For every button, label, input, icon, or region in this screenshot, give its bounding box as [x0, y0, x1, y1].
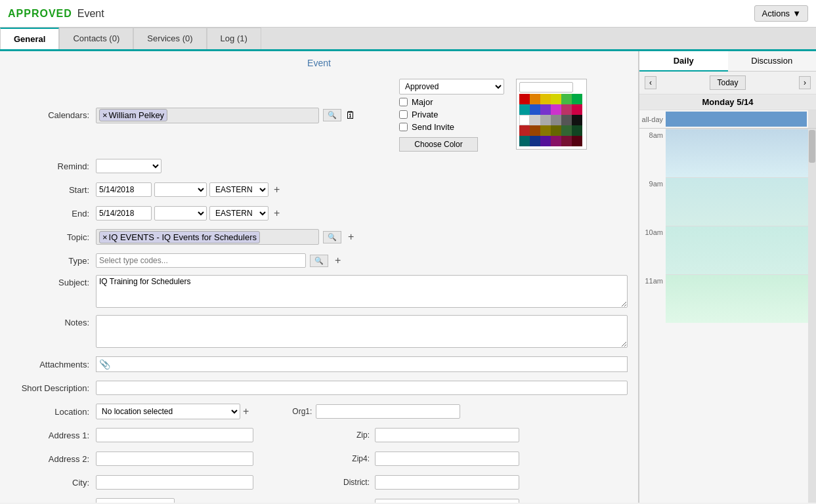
- color-cell[interactable]: [540, 125, 551, 136]
- address2-control: [96, 452, 316, 466]
- color-cell[interactable]: [530, 94, 540, 104]
- calendar-search-btn[interactable]: 🔍: [323, 109, 341, 121]
- actions-button[interactable]: Actions ▼: [754, 5, 808, 22]
- calendar-icon-btn[interactable]: 🗓: [345, 110, 356, 121]
- end-plus-btn[interactable]: +: [271, 207, 282, 219]
- type-plus-btn[interactable]: +: [332, 255, 343, 266]
- start-date-input[interactable]: 5/14/2018: [96, 182, 152, 197]
- color-hex-input[interactable]: [519, 82, 573, 93]
- end-tz-select[interactable]: EASTERN: [209, 206, 268, 220]
- zip4-input[interactable]: [375, 452, 519, 466]
- cal-scrollbar[interactable]: [808, 129, 816, 503]
- status-select[interactable]: Approved: [399, 79, 504, 94]
- color-cell[interactable]: [530, 104, 540, 115]
- tab-discussion[interactable]: Discussion: [728, 51, 817, 72]
- subject-textarea[interactable]: IQ Training for Schedulers: [96, 275, 628, 308]
- color-cell[interactable]: [519, 125, 530, 136]
- color-cell[interactable]: [572, 104, 582, 115]
- color-cell[interactable]: [530, 115, 540, 125]
- short-desc-input[interactable]: [96, 381, 628, 395]
- color-cell[interactable]: [551, 94, 561, 104]
- type-input[interactable]: [96, 253, 306, 268]
- address2-input[interactable]: [96, 452, 253, 466]
- end-date-input[interactable]: 5/14/2018: [96, 206, 152, 220]
- cal-next-button[interactable]: ›: [799, 76, 811, 89]
- org1-input[interactable]: [316, 404, 460, 419]
- address1-input[interactable]: [96, 428, 253, 442]
- color-cell[interactable]: [551, 136, 561, 146]
- tab-services[interactable]: Services (0): [133, 28, 206, 49]
- tab-log[interactable]: Log (1): [207, 28, 261, 49]
- tab-contacts[interactable]: Contacts (0): [59, 28, 133, 49]
- start-time-select[interactable]: [154, 182, 207, 197]
- cal-prev-button[interactable]: ‹: [645, 76, 656, 89]
- color-cell[interactable]: [551, 125, 561, 136]
- color-cell[interactable]: [519, 104, 530, 115]
- color-cell[interactable]: [540, 136, 551, 146]
- color-cell[interactable]: [519, 115, 530, 125]
- time-labels: 8am 9am 10am 11am: [639, 129, 666, 503]
- private-checkbox[interactable]: [399, 110, 408, 119]
- color-cell[interactable]: [551, 115, 561, 125]
- color-cell[interactable]: [519, 136, 530, 146]
- color-cell[interactable]: [572, 136, 582, 146]
- topic-tag-remove[interactable]: ×: [102, 232, 108, 242]
- color-cell[interactable]: [519, 94, 530, 104]
- start-plus-btn[interactable]: +: [271, 184, 282, 196]
- start-tz-select[interactable]: EASTERN: [209, 182, 268, 197]
- attach-button[interactable]: 📎: [99, 359, 110, 369]
- remind-row: Remind:: [11, 157, 628, 175]
- remind-select[interactable]: [96, 159, 161, 173]
- color-cell[interactable]: [561, 104, 572, 115]
- app-header: APPROVED Event Actions ▼: [0, 0, 816, 28]
- color-cell[interactable]: [572, 115, 582, 125]
- topic-search-btn[interactable]: 🔍: [323, 231, 341, 243]
- color-row-2: [519, 104, 584, 115]
- send-invite-checkbox[interactable]: [399, 123, 408, 131]
- color-cell[interactable]: [530, 125, 540, 136]
- zip-input[interactable]: [375, 428, 519, 442]
- location-select[interactable]: No location selected: [96, 404, 240, 419]
- color-cell[interactable]: [561, 94, 572, 104]
- county-row: County:: [322, 497, 628, 503]
- add-location-button[interactable]: +: [243, 406, 249, 417]
- color-cell[interactable]: [540, 104, 551, 115]
- color-cell[interactable]: [572, 125, 582, 136]
- attachments-control: 📎: [96, 356, 628, 372]
- subject-label: Subject:: [11, 275, 96, 287]
- color-cell[interactable]: [561, 125, 572, 136]
- state-select[interactable]: [96, 498, 175, 503]
- color-cell[interactable]: [551, 104, 561, 115]
- section-title: Event: [0, 51, 638, 75]
- approved-badge: APPROVED: [8, 8, 72, 20]
- tag-remove[interactable]: ×: [102, 110, 108, 120]
- major-checkbox[interactable]: [399, 98, 408, 106]
- color-cell[interactable]: [572, 94, 582, 104]
- topic-plus-btn[interactable]: +: [345, 231, 356, 243]
- color-cell[interactable]: [540, 115, 551, 125]
- end-time-select[interactable]: [154, 206, 207, 220]
- start-control: 5/14/2018 EASTERN +: [96, 182, 628, 197]
- tab-general[interactable]: General: [0, 28, 59, 49]
- city-input[interactable]: [96, 475, 253, 490]
- address1-label: Address 1:: [11, 430, 96, 440]
- county-input[interactable]: [375, 499, 519, 503]
- notes-textarea[interactable]: [96, 315, 628, 348]
- today-button[interactable]: Today: [710, 75, 745, 90]
- start-label: Start:: [11, 185, 96, 195]
- district-label: District:: [322, 478, 375, 487]
- color-cell[interactable]: [561, 115, 572, 125]
- choose-color-button[interactable]: Choose Color: [399, 137, 478, 152]
- color-cell[interactable]: [561, 136, 572, 146]
- type-label: Type:: [11, 256, 96, 266]
- tab-daily[interactable]: Daily: [639, 51, 728, 72]
- topic-tag-input[interactable]: × IQ EVENTS - IQ Events for Schedulers: [96, 229, 319, 245]
- color-cell[interactable]: [530, 136, 540, 146]
- address1-control: [96, 428, 316, 442]
- district-input[interactable]: [375, 475, 519, 490]
- type-control: 🔍 +: [96, 253, 628, 268]
- type-search-btn[interactable]: 🔍: [310, 255, 328, 267]
- calendars-tag-input[interactable]: × William Pelkey: [96, 108, 319, 123]
- right-panel: Daily Discussion ‹ Today › Monday 5/14 a…: [639, 51, 816, 503]
- color-cell[interactable]: [540, 94, 551, 104]
